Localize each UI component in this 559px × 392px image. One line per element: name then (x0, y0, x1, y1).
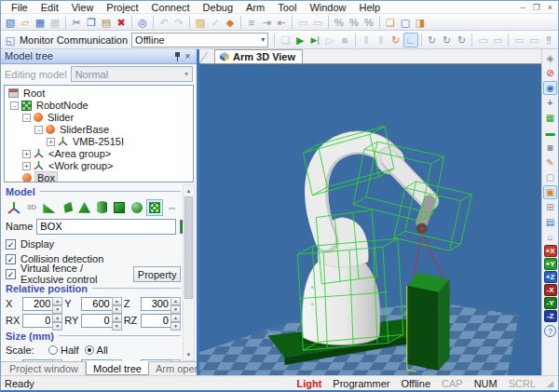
menu-debug[interactable]: Debug (197, 1, 239, 14)
watch-1-icon[interactable]: % (332, 15, 347, 30)
watch-2-icon[interactable]: % (347, 15, 361, 30)
uncomment-icon[interactable]: ▭ (310, 15, 325, 30)
tree-item-slider[interactable]: - Slider (5, 112, 193, 124)
rz-position-input[interactable] (141, 314, 170, 328)
tab-arm-3d-view[interactable]: Arm 3D View (214, 49, 303, 63)
menu-help[interactable]: Help (353, 1, 388, 14)
resize-icon[interactable]: ⇔ (164, 199, 181, 216)
load-icon[interactable]: ▭ (475, 33, 490, 47)
tree-item-work-group[interactable]: + <Work group> (5, 160, 193, 172)
comment-icon[interactable]: ▭ (295, 15, 310, 30)
size-y-input[interactable] (81, 359, 111, 361)
resize-grip-icon[interactable]: ◢ (547, 379, 554, 388)
scale-half-radio[interactable]: Half (48, 345, 79, 356)
monitor-icon[interactable]: ◱ (3, 33, 18, 47)
stop-icon[interactable]: ■ (337, 33, 352, 47)
break-all-icon[interactable]: ‖ (374, 33, 389, 47)
y-position-stepper[interactable]: ▲▼ (112, 297, 122, 311)
step-run-icon[interactable]: ▶| (307, 33, 322, 47)
scale-all-radio[interactable]: All (85, 345, 108, 356)
redo-icon[interactable]: ↷ (171, 15, 186, 30)
cube-icon[interactable] (111, 199, 128, 216)
floor-toggle-icon[interactable]: ▬ (543, 126, 557, 140)
reset-icon[interactable]: ↻ (389, 33, 403, 47)
rx-position-stepper[interactable]: ▲▼ (52, 314, 62, 328)
workcell-icon[interactable]: ▤ (543, 215, 557, 229)
save-all-icon[interactable]: ▦ (48, 15, 62, 30)
close-icon[interactable]: × (548, 3, 552, 12)
open-project-icon[interactable]: ▱ (18, 15, 33, 30)
ry-position-stepper[interactable]: ▲▼ (112, 314, 122, 328)
import-3d-icon[interactable]: 3D (23, 199, 40, 216)
menu-arm[interactable]: Arm (239, 1, 271, 14)
sync-data-icon[interactable]: ↻ (440, 33, 455, 47)
tree-expander[interactable]: - (22, 114, 31, 122)
indent-icon[interactable]: ⇥ (259, 15, 274, 30)
x-position-stepper[interactable]: ▲▼ (52, 297, 62, 311)
tree-expander[interactable]: + (22, 162, 31, 170)
new-project-icon[interactable]: ▧ (3, 15, 18, 30)
error-list-icon[interactable]: ‼ (541, 33, 556, 47)
property-button[interactable]: Property (133, 266, 181, 282)
virtual-fence-checkbox[interactable]: ✓ (6, 269, 16, 279)
view-plus-z-button[interactable]: +Z (544, 271, 557, 283)
size-z-input[interactable] (141, 359, 170, 361)
menu-view[interactable]: View (65, 1, 101, 14)
pin-icon[interactable] (172, 50, 183, 61)
size-x-input[interactable] (22, 359, 52, 361)
sync-all-icon[interactable]: ↻ (455, 33, 470, 47)
tree-expander[interactable]: - (34, 126, 43, 134)
menu-project[interactable]: Project (100, 1, 144, 14)
communication-mode-dropdown[interactable]: Offline ▾ (131, 33, 268, 47)
watch-3-icon[interactable]: % (361, 15, 376, 30)
transfer-icon[interactable]: ◆ (223, 15, 238, 30)
tree-expander[interactable]: + (22, 150, 31, 158)
view-minus-z-button[interactable]: -Z (544, 310, 557, 322)
paste-icon[interactable]: ▤ (99, 15, 114, 30)
tab-model-tree[interactable]: Model tree (86, 361, 149, 375)
collision-check-icon[interactable]: ⊘ (543, 66, 557, 80)
tree-item-root[interactable]: Root (5, 88, 193, 100)
panel-scrollbar[interactable]: ▲ ▼ (183, 184, 195, 361)
scroll-up-icon[interactable]: ▲ (184, 185, 194, 196)
panel-close-icon[interactable]: × (183, 51, 193, 61)
menu-window[interactable]: Window (303, 1, 352, 14)
collision-detection-checkbox[interactable]: ✓ (6, 254, 16, 264)
robot-model-icon[interactable]: ◈ (543, 51, 557, 65)
display-checkbox[interactable]: ✓ (6, 239, 16, 250)
delete-icon[interactable]: ✖ (114, 15, 129, 30)
tree-expander[interactable]: - (10, 101, 19, 110)
wedge-icon[interactable] (41, 199, 58, 216)
scroll-down-icon[interactable]: ▼ (184, 349, 194, 360)
restore-icon[interactable]: ❐ (533, 3, 540, 12)
mesh-box-icon[interactable] (146, 199, 163, 216)
zoom-fit-icon[interactable]: ▦ (543, 111, 557, 125)
prism-icon[interactable] (59, 199, 75, 216)
run-to-cursor-icon[interactable]: ▷ (322, 33, 337, 47)
copy-icon[interactable]: ❐ (84, 15, 99, 30)
sphere-icon[interactable] (129, 199, 145, 216)
grid-toggle-icon[interactable]: ⊞ (543, 200, 557, 214)
ry-position-input[interactable] (81, 314, 111, 328)
new-window-icon[interactable]: ❏ (383, 15, 398, 30)
rule-icon[interactable]: ≡ (244, 15, 259, 30)
unload-icon[interactable]: ▭ (490, 33, 505, 47)
tree-item-area-group[interactable]: + <Area group> (5, 148, 193, 160)
size-y-stepper[interactable]: ▲▼ (112, 359, 122, 361)
view-plus-y-button[interactable]: +Y (544, 258, 557, 270)
view-plus-x-button[interactable]: +X (544, 245, 557, 257)
name-input[interactable] (36, 219, 176, 235)
menu-tool[interactable]: Tool (271, 1, 303, 14)
tree-item-robotnode[interactable]: - RobotNode (5, 100, 193, 112)
tree-item-vmb2515i[interactable]: + VMB-2515I (5, 136, 193, 148)
help-icon[interactable]: ? (544, 325, 556, 337)
orbit-view-icon[interactable]: ◉ (543, 81, 557, 95)
menu-connect[interactable]: Connect (145, 1, 197, 14)
z-position-input[interactable] (141, 297, 170, 311)
tree-item-box[interactable]: Box (5, 172, 193, 182)
export-icon[interactable]: ❏ (278, 33, 293, 47)
wireframe-toggle-icon[interactable]: ▢ (543, 170, 557, 184)
view-minus-x-button[interactable]: -X (544, 284, 557, 296)
detach-icon[interactable]: ▭ (526, 33, 541, 47)
scrollbar-thumb[interactable] (184, 196, 193, 299)
